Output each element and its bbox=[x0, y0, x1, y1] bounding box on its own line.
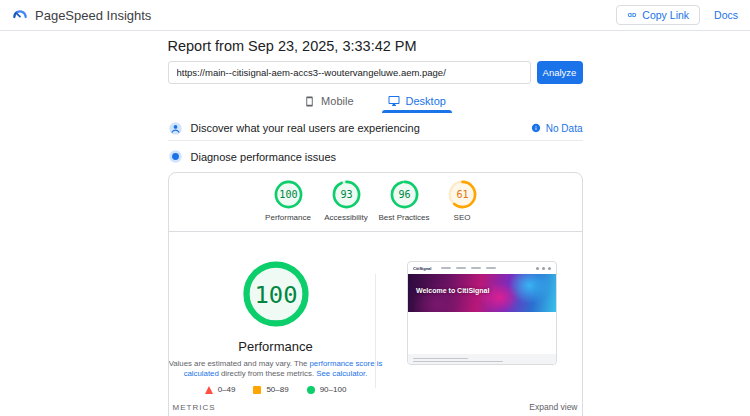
legend-range: 90–100 bbox=[320, 385, 347, 394]
app-title[interactable]: PageSpeed Insights bbox=[35, 8, 151, 23]
tab-mobile[interactable]: Mobile bbox=[294, 91, 363, 113]
info-icon bbox=[531, 123, 541, 133]
legend-average-icon bbox=[253, 386, 261, 394]
expand-view-link[interactable]: Expand view bbox=[529, 402, 577, 412]
url-input[interactable] bbox=[168, 61, 531, 84]
desktop-monitor-icon bbox=[388, 95, 400, 107]
svg-text:100: 100 bbox=[254, 281, 297, 309]
thumb-page-body bbox=[408, 312, 556, 354]
see-calculator-link[interactable]: See calculator. bbox=[316, 369, 367, 378]
tab-desktop[interactable]: Desktop bbox=[378, 91, 456, 113]
tab-mobile-label: Mobile bbox=[321, 95, 353, 107]
score-ring-icon: 96 bbox=[390, 180, 419, 209]
lighthouse-report-card: 100Performance93Accessibility96Best Prac… bbox=[168, 172, 583, 416]
score-gauge-best-practices[interactable]: 96Best Practices bbox=[378, 180, 430, 222]
thumb-site-nav bbox=[441, 267, 532, 269]
category-scores-row: 100Performance93Accessibility96Best Prac… bbox=[169, 173, 582, 222]
top-app-bar: PageSpeed Insights Copy Link Docs bbox=[0, 0, 750, 31]
score-label: Best Practices bbox=[378, 213, 429, 222]
performance-score-gauge[interactable]: 100 bbox=[242, 260, 310, 332]
svg-text:93: 93 bbox=[340, 189, 352, 200]
legend-item-average: 50–89 bbox=[253, 385, 288, 394]
real-users-title: Discover what your real users are experi… bbox=[191, 122, 420, 134]
thumb-site-footer bbox=[408, 354, 556, 365]
tab-desktop-label: Desktop bbox=[406, 95, 446, 107]
score-ring-icon: 100 bbox=[274, 180, 303, 209]
thumb-hero-banner: Welcome to CitiSignal bbox=[408, 274, 556, 312]
score-label: SEO bbox=[454, 213, 471, 222]
device-tabs: Mobile Desktop bbox=[168, 91, 583, 113]
screenshot-pane: CitiSignal Welcome to CitiSignal bbox=[383, 232, 582, 396]
score-gauge-accessibility[interactable]: 93Accessibility bbox=[320, 180, 372, 222]
summary-panes: 100 Performance Values are estimated and… bbox=[169, 232, 582, 396]
gauge-category-label: Performance bbox=[238, 339, 312, 354]
legend-range: 50–89 bbox=[266, 385, 288, 394]
performance-gauge-pane: 100 Performance Values are estimated and… bbox=[169, 232, 383, 396]
score-label: Performance bbox=[265, 213, 311, 222]
disclaimer-text: directly from these metrics. bbox=[219, 369, 316, 378]
final-screenshot-thumbnail[interactable]: CitiSignal Welcome to CitiSignal bbox=[407, 261, 557, 365]
score-ring-icon: 93 bbox=[332, 180, 361, 209]
metrics-heading: METRICS bbox=[173, 403, 216, 412]
diagnose-title: Diagnose performance issues bbox=[191, 151, 337, 163]
url-form: Analyze bbox=[168, 61, 583, 84]
pagespeed-logo-icon bbox=[12, 7, 28, 23]
link-icon bbox=[627, 10, 637, 20]
section-real-users[interactable]: Discover what your real users are experi… bbox=[168, 116, 583, 141]
no-data-label: No Data bbox=[546, 123, 583, 134]
analyze-button[interactable]: Analyze bbox=[537, 61, 583, 84]
thumb-site-header: CitiSignal bbox=[408, 262, 556, 274]
score-label: Accessibility bbox=[324, 213, 368, 222]
metrics-header: METRICS Expand view bbox=[169, 396, 582, 416]
no-data-link[interactable]: No Data bbox=[531, 123, 583, 134]
mobile-phone-icon bbox=[304, 96, 315, 107]
score-gauge-performance[interactable]: 100Performance bbox=[262, 180, 314, 222]
real-users-icon bbox=[168, 121, 183, 136]
diagnose-icon bbox=[168, 149, 183, 164]
legend-fail-icon bbox=[205, 386, 213, 394]
copy-link-label: Copy Link bbox=[642, 9, 689, 21]
docs-link[interactable]: Docs bbox=[714, 9, 738, 21]
svg-text:100: 100 bbox=[279, 189, 297, 200]
score-gauge-seo[interactable]: 61SEO bbox=[436, 180, 488, 222]
legend-item-fail: 0–49 bbox=[205, 385, 236, 394]
legend-pass-icon bbox=[307, 386, 315, 394]
thumb-hero-text: Welcome to CitiSignal bbox=[416, 287, 489, 294]
score-ring-icon: 61 bbox=[448, 180, 477, 209]
copy-link-button[interactable]: Copy Link bbox=[616, 5, 700, 25]
legend-range: 0–49 bbox=[218, 385, 236, 394]
thumb-site-header-icons bbox=[536, 267, 551, 270]
disclaimer-text: Values are estimated and may vary. The bbox=[169, 359, 310, 368]
score-disclaimer: Values are estimated and may vary. The p… bbox=[169, 359, 383, 378]
score-legend: 0–4950–8990–100 bbox=[205, 385, 347, 394]
svg-text:96: 96 bbox=[398, 189, 410, 200]
legend-item-pass: 90–100 bbox=[307, 385, 347, 394]
pane-divider bbox=[375, 274, 376, 388]
section-diagnose[interactable]: Diagnose performance issues bbox=[168, 144, 583, 169]
report-title: Report from Sep 23, 2025, 3:33:42 PM bbox=[168, 37, 583, 55]
thumb-site-brand: CitiSignal bbox=[413, 266, 425, 271]
main-content: Report from Sep 23, 2025, 3:33:42 PM Ana… bbox=[168, 37, 583, 416]
svg-text:61: 61 bbox=[456, 189, 468, 200]
